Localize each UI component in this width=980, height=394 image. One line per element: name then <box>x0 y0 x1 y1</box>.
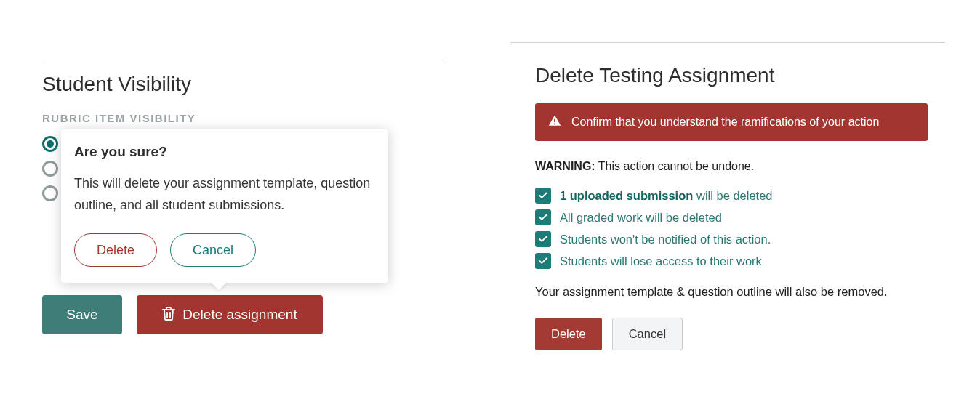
confirm-delete-button[interactable]: Delete <box>535 318 602 350</box>
save-button[interactable]: Save <box>42 295 122 334</box>
warning-body: This action cannot be undone. <box>595 160 755 172</box>
radio-option-3[interactable] <box>42 185 58 201</box>
checkbox-checked-icon <box>535 231 551 247</box>
popover-title: Are you sure? <box>74 144 375 160</box>
divider-right <box>510 42 945 43</box>
footer-note: Your assignment template & question outl… <box>535 285 928 299</box>
radio-option-1[interactable] <box>42 136 58 152</box>
left-action-row: Save Delete assignment <box>42 295 323 334</box>
checklist-item-2[interactable]: All graded work will be deleted <box>535 209 928 225</box>
delete-assignment-label: Delete assignment <box>182 307 297 323</box>
checklist-item-1-text: 1 uploaded submission will be deleted <box>560 189 773 203</box>
checklist-item-1[interactable]: 1 uploaded submission will be deleted <box>535 188 928 204</box>
rubric-visibility-subheading: RUBRIC ITEM VISIBILITY <box>42 112 449 124</box>
checkbox-checked-icon <box>535 188 551 204</box>
ramifications-banner-text: Confirm that you understand the ramifica… <box>571 116 879 129</box>
delete-assignment-heading: Delete Testing Assignment <box>535 64 928 87</box>
checklist-item-2-text: All graded work will be deleted <box>560 211 722 225</box>
warning-line: WARNING: This action cannot be undone. <box>535 160 928 173</box>
checklist-item-3-text: Students won't be notified of this actio… <box>560 233 771 246</box>
delete-assignment-button[interactable]: Delete assignment <box>137 295 323 334</box>
checklist-item-4[interactable]: Students will lose access to their work <box>535 253 928 269</box>
popover-actions: Delete Cancel <box>74 233 375 267</box>
right-action-row: Delete Cancel <box>535 318 928 350</box>
ramifications-banner: Confirm that you understand the ramifica… <box>535 103 928 141</box>
popover-body: This will delete your assignment templat… <box>74 173 375 216</box>
delete-assignment-panel: Delete Testing Assignment Confirm that y… <box>535 64 928 350</box>
popover-cancel-button[interactable]: Cancel <box>170 233 256 267</box>
confirm-delete-popover: Are you sure? This will delete your assi… <box>61 129 388 283</box>
trash-icon <box>162 306 175 324</box>
checklist-item-4-text: Students will lose access to their work <box>560 254 762 268</box>
radio-option-2[interactable] <box>42 161 58 177</box>
warning-triangle-icon <box>548 114 561 130</box>
popover-delete-button[interactable]: Delete <box>74 233 157 267</box>
warning-label: WARNING: <box>535 160 595 172</box>
confirm-cancel-button[interactable]: Cancel <box>612 318 683 350</box>
ramification-checklist: 1 uploaded submission will be deleted Al… <box>535 188 928 269</box>
student-visibility-heading: Student Visibility <box>42 73 449 96</box>
checkbox-checked-icon <box>535 253 551 269</box>
checkbox-checked-icon <box>535 209 551 225</box>
checklist-item-3[interactable]: Students won't be notified of this actio… <box>535 231 928 247</box>
